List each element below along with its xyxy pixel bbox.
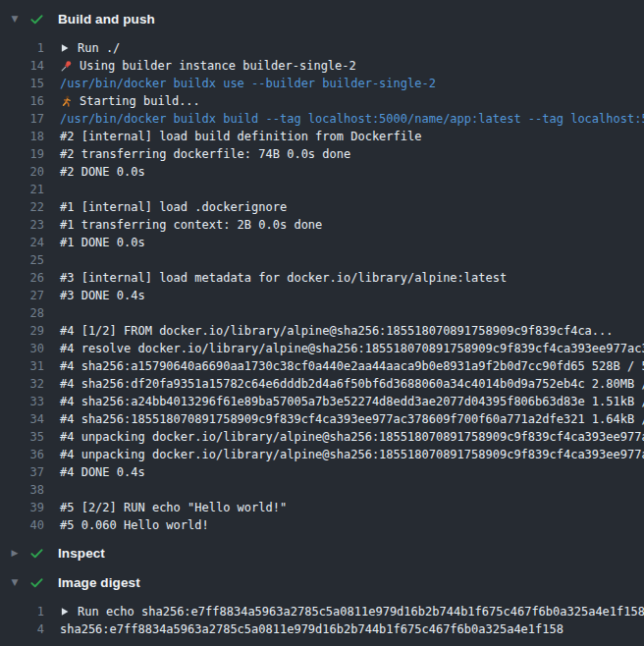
line-number[interactable]: 38	[0, 481, 60, 499]
section-header-image-digest[interactable]: ▼Image digest	[0, 567, 644, 597]
check-icon	[29, 12, 44, 27]
line-number[interactable]: 1	[0, 603, 60, 620]
section-inspect: ▶Inspect	[0, 538, 644, 567]
log-text: /usr/bin/docker buildx build --tag local…	[60, 110, 644, 128]
log-line: 38	[0, 481, 644, 499]
caret-right-icon[interactable]: ▶	[8, 549, 22, 558]
log-line: 40#5 0.060 Hello world!	[0, 516, 644, 534]
line-number[interactable]: 31	[0, 357, 60, 375]
line-number[interactable]: 20	[0, 163, 60, 181]
line-number[interactable]: 32	[0, 375, 60, 393]
log-lines-build-and-push: 1Run ./14Using builder instance builder-…	[0, 33, 644, 538]
log-line: 4sha256:e7ff8834a5963a2785c5a0811e979d16…	[0, 620, 644, 638]
line-number[interactable]: 18	[0, 128, 60, 145]
log-line: 21	[0, 181, 644, 198]
runner-icon	[60, 95, 73, 108]
line-number[interactable]: 33	[0, 393, 60, 410]
log-line: 20#2 DONE 0.0s	[0, 163, 644, 181]
line-number[interactable]: 24	[0, 234, 60, 251]
line-number[interactable]: 26	[0, 269, 60, 287]
caret-down-icon[interactable]: ▼	[8, 15, 22, 24]
log-line: 23#1 transferring context: 2B 0.0s done	[0, 216, 644, 234]
line-number[interactable]: 15	[0, 75, 60, 92]
line-number[interactable]: 37	[0, 463, 60, 481]
section-title: Image digest	[58, 575, 140, 590]
log-text: #4 sha256:df20fa9351a15782c64e6dddb2d4a6…	[60, 375, 644, 393]
pushpin-icon	[60, 60, 73, 73]
line-number[interactable]: 30	[0, 340, 60, 357]
section-title: Inspect	[58, 546, 105, 561]
line-number[interactable]: 25	[0, 251, 60, 269]
line-number[interactable]: 40	[0, 516, 60, 534]
section-image-digest: ▼Image digest1Run echo sha256:e7ff8834a5…	[0, 567, 644, 642]
play-icon[interactable]	[60, 43, 70, 53]
log-text: #2 DONE 0.0s	[60, 163, 145, 181]
section-header-inspect[interactable]: ▶Inspect	[0, 538, 644, 567]
log-line: 1Run ./	[0, 39, 644, 57]
log-text: Starting build...	[60, 92, 200, 110]
log-text: #1 [internal] load .dockerignore	[60, 198, 287, 216]
line-number[interactable]: 35	[0, 428, 60, 446]
log-line: 24#1 DONE 0.0s	[0, 234, 644, 251]
log-line: 27#3 DONE 0.4s	[0, 287, 644, 304]
log-line: 26#3 [internal] load metadata for docker…	[0, 269, 644, 287]
log-text: Using builder instance builder-single-2	[60, 57, 356, 75]
play-icon[interactable]	[60, 607, 70, 617]
log-text: #4 resolve docker.io/library/alpine@sha2…	[60, 340, 644, 357]
log-text: #3 DONE 0.4s	[60, 287, 145, 304]
caret-down-icon[interactable]: ▼	[8, 578, 22, 587]
line-number[interactable]: 39	[0, 499, 60, 516]
actions-log-viewer: ▼Build and push1Run ./14Using builder in…	[0, 0, 644, 646]
log-text: Run ./	[60, 39, 120, 57]
log-line: 22#1 [internal] load .dockerignore	[0, 198, 644, 216]
log-text: #5 0.060 Hello world!	[60, 516, 209, 534]
section-title: Build and push	[58, 12, 155, 27]
log-line: 17/usr/bin/docker buildx build --tag loc…	[0, 110, 644, 128]
log-text: #4 sha256:a24bb4013296f61e89ba57005a7b3e…	[60, 393, 644, 410]
line-number[interactable]: 4	[0, 620, 60, 638]
log-line: 15/usr/bin/docker buildx use --builder b…	[0, 75, 644, 92]
log-line: 18#2 [internal] load build definition fr…	[0, 128, 644, 145]
line-number[interactable]: 36	[0, 446, 60, 463]
line-number[interactable]: 14	[0, 57, 60, 75]
section-build-and-push: ▼Build and push1Run ./14Using builder in…	[0, 4, 644, 538]
log-text: #3 [internal] load metadata for docker.i…	[60, 269, 507, 287]
line-number[interactable]: 23	[0, 216, 60, 234]
line-number[interactable]: 29	[0, 322, 60, 340]
log-text: #4 unpacking docker.io/library/alpine@sh…	[60, 428, 644, 446]
line-number[interactable]: 21	[0, 181, 60, 198]
log-text: #2 [internal] load build definition from…	[60, 128, 421, 145]
log-line: 34#4 sha256:185518070891758909c9f839cf4c…	[0, 410, 644, 428]
log-line: 1Run echo sha256:e7ff8834a5963a2785c5a08…	[0, 603, 644, 620]
line-number[interactable]: 27	[0, 287, 60, 304]
log-line: 16Starting build...	[0, 92, 644, 110]
log-text: #4 sha256:a15790640a6690aa1730c38cf0a440…	[60, 357, 644, 375]
log-text: #2 transferring dockerfile: 74B 0.0s don…	[60, 145, 350, 163]
log-line: 36#4 unpacking docker.io/library/alpine@…	[0, 446, 644, 463]
log-line: 32#4 sha256:df20fa9351a15782c64e6dddb2d4…	[0, 375, 644, 393]
check-icon	[29, 575, 44, 590]
log-line: 39#5 [2/2] RUN echo "Hello world!"	[0, 499, 644, 516]
line-number[interactable]: 16	[0, 92, 60, 110]
section-header-build-and-push[interactable]: ▼Build and push	[0, 4, 644, 33]
log-line: 29#4 [1/2] FROM docker.io/library/alpine…	[0, 322, 644, 340]
log-text: #5 [2/2] RUN echo "Hello world!"	[60, 499, 287, 516]
log-text: #4 sha256:185518070891758909c9f839cf4ca3…	[60, 410, 644, 428]
log-line: 25	[0, 251, 644, 269]
log-text: /usr/bin/docker buildx use --builder bui…	[60, 75, 436, 92]
log-line: 33#4 sha256:a24bb4013296f61e89ba57005a7b…	[0, 393, 644, 410]
line-number[interactable]: 22	[0, 198, 60, 216]
line-number[interactable]: 1	[0, 39, 60, 57]
log-text: #1 transferring context: 2B 0.0s done	[60, 216, 322, 234]
line-number[interactable]: 34	[0, 410, 60, 428]
log-lines-image-digest: 1Run echo sha256:e7ff8834a5963a2785c5a08…	[0, 597, 644, 642]
log-text: #4 [1/2] FROM docker.io/library/alpine@s…	[60, 322, 614, 340]
line-number[interactable]: 28	[0, 304, 60, 322]
line-number[interactable]: 17	[0, 110, 60, 128]
log-text: Run echo sha256:e7ff8834a5963a2785c5a081…	[60, 603, 644, 620]
line-number[interactable]: 19	[0, 145, 60, 163]
log-line: 35#4 unpacking docker.io/library/alpine@…	[0, 428, 644, 446]
log-text: #1 DONE 0.0s	[60, 234, 145, 251]
check-icon	[29, 546, 44, 561]
log-text: sha256:e7ff8834a5963a2785c5a0811e979d16b…	[60, 620, 564, 638]
